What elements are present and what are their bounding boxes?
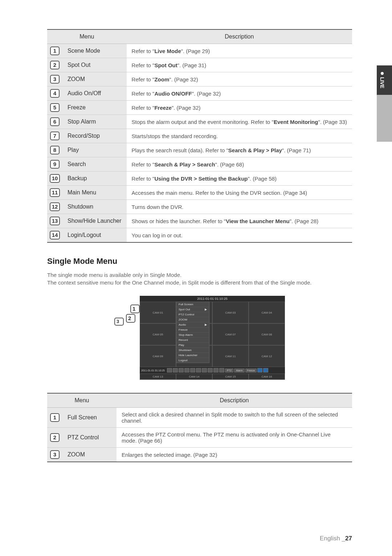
dvr-menu-item[interactable]: Spot Out▶: [176, 307, 209, 312]
table-row: 6Stop AlarmStops the alarm output and th…: [47, 115, 352, 129]
row-description: You can log in or out.: [127, 228, 352, 243]
record-icon[interactable]: [263, 368, 268, 372]
audio-icon[interactable]: [213, 368, 219, 372]
row-description: Refer to "Spot Out". (Page 31): [127, 58, 352, 72]
layout-icon[interactable]: [167, 368, 172, 372]
row-num-cell: 5: [47, 101, 62, 115]
dvr-toolbar-timestamp: 2011-01-01 01:10:25: [141, 369, 165, 372]
side-tab-spacer: [377, 95, 392, 142]
toolbar-chip-ptz[interactable]: PTZ: [225, 368, 233, 372]
row-menu-name: Login/Logout: [62, 228, 127, 243]
row-description: Stops the alarm output and the event mon…: [127, 115, 352, 129]
dvr-grid: CAM 01CAM 03CAM 04CAM 05CAM 07CAM 08CAM …: [140, 302, 285, 367]
dvr-camera-cell[interactable]: CAM 12: [249, 345, 285, 367]
toolbar-chip-freeze[interactable]: Freeze: [245, 368, 257, 372]
row-num: 1: [50, 47, 60, 55]
zoom-icon[interactable]: [219, 368, 224, 372]
row-num-cell: 14: [47, 228, 62, 243]
table-row: 5FreezeRefer to "Freeze". (Page 32): [47, 101, 352, 115]
layout-icon[interactable]: [202, 368, 207, 372]
dvr-menu-item[interactable]: Full Screen: [176, 302, 209, 307]
dvr-window: 2011-01-01 01:10:25 CAM 01CAM 03CAM 04CA…: [140, 296, 285, 380]
row-num: 3: [50, 75, 60, 84]
dvr-menu-item[interactable]: Shutdown: [176, 348, 209, 353]
dvr-menu-item[interactable]: Stop Alarm: [176, 333, 209, 338]
dvr-menu-item[interactable]: ZOOM: [176, 317, 209, 322]
table-row: 2PTZ ControlAccesses the PTZ Control men…: [47, 428, 352, 448]
layout-icon[interactable]: [196, 368, 201, 372]
layout-icon[interactable]: [179, 368, 184, 372]
row-menu-name: Spot Out: [62, 58, 127, 72]
dvr-menu-item[interactable]: PTZ Control: [176, 312, 209, 317]
row-num-cell: 8: [47, 143, 62, 157]
dvr-menu-item[interactable]: Audio▶: [176, 322, 209, 327]
dvr-context-menu[interactable]: Full ScreenSpot Out▶PTZ ControlZOOMAudio…: [176, 302, 209, 363]
row-num: 14: [50, 231, 60, 239]
row-description: Accesses the main menu. Refer to the Usi…: [127, 186, 352, 200]
th-menu-2: Menu: [47, 393, 117, 408]
callout-1: 1: [130, 305, 140, 313]
table-row: 7Record/StopStarts/stops the standard re…: [47, 129, 352, 143]
row-menu-name: ZOOM: [62, 72, 127, 86]
dvr-camera-cell[interactable]: CAM 05: [140, 323, 176, 345]
row-num-cell: 1: [47, 44, 62, 58]
row-menu-name: Show/Hide Launcher: [62, 214, 127, 228]
row-description: Refer to "Live Mode". (Page 29): [127, 44, 352, 58]
menu-table-single: Menu Description 1Full ScreenSelect and …: [47, 393, 352, 462]
row-num: 6: [50, 117, 60, 126]
dvr-menu-item[interactable]: Freeze: [176, 327, 209, 333]
row-description: Refer to "Zoom". (Page 32): [127, 72, 352, 86]
footer-lang: English: [320, 535, 340, 542]
dvr-screenshot: 1 2 3 2011-01-01 01:10:25 CAM 01CAM 03CA…: [47, 296, 352, 380]
dvr-camera-cell[interactable]: CAM 01: [140, 302, 176, 323]
row-num-cell: 13: [47, 214, 62, 228]
dvr-footer-cell[interactable]: CAM 16: [249, 374, 285, 380]
row-description: Refer to "Freeze". (Page 32): [127, 101, 352, 115]
row-num: 13: [50, 217, 60, 225]
footer-page: 27: [345, 535, 352, 542]
row-menu-name: Full Screen: [62, 408, 117, 428]
row-menu-name: Audio On/Off: [62, 86, 127, 101]
layout-icon[interactable]: [184, 368, 189, 372]
row-menu-name: Record/Stop: [62, 129, 127, 143]
row-num: 9: [50, 160, 60, 169]
row-menu-name: Freeze: [62, 101, 127, 115]
table-row: 12ShutdownTurns down the DVR.: [47, 200, 352, 214]
layout-icon[interactable]: [190, 368, 195, 372]
layout-icon[interactable]: [173, 368, 178, 372]
toolbar-chip-alarm[interactable]: Alarm: [234, 368, 244, 372]
layout-icon[interactable]: [208, 368, 213, 372]
side-tab-text: LIVE: [379, 77, 385, 88]
callout-3: 3: [114, 318, 124, 326]
dvr-footer-cell[interactable]: CAM 14: [176, 374, 212, 380]
dvr-footer-cell[interactable]: CAM 15: [212, 374, 249, 380]
row-description: Starts/stops the standard recording.: [127, 129, 352, 143]
dvr-footer-cell[interactable]: CAM 13: [140, 374, 176, 380]
dvr-camera-cell[interactable]: CAM 07: [212, 323, 249, 345]
dvr-camera-cell[interactable]: CAM 11: [212, 345, 249, 367]
dvr-menu-item[interactable]: Logout: [176, 358, 209, 363]
table-row: 11Main MenuAccesses the main menu. Refer…: [47, 186, 352, 200]
play-icon[interactable]: [257, 368, 262, 372]
dvr-menu-item[interactable]: Record: [176, 338, 209, 343]
row-description: Refer to "Audio ON/OFF". (Page 32): [127, 86, 352, 101]
row-menu-name: Backup: [62, 172, 127, 186]
footer-sep: _: [342, 535, 345, 542]
dvr-menu-item[interactable]: Play: [176, 343, 209, 348]
dvr-camera-cell[interactable]: CAM 08: [249, 323, 285, 345]
row-num-cell: 2: [47, 58, 62, 72]
dvr-camera-cell[interactable]: CAM 09: [140, 345, 176, 367]
row-num: 2: [50, 433, 60, 442]
row-description: Turns down the DVR.: [127, 200, 352, 214]
row-num: 5: [50, 103, 60, 112]
dvr-menu-item[interactable]: Hide Launcher: [176, 353, 209, 358]
table-row: 2Spot OutRefer to "Spot Out". (Page 31): [47, 58, 352, 72]
dvr-camera-cell[interactable]: CAM 04: [249, 302, 285, 323]
menu-table-main: Menu Description 1Scene ModeRefer to "Li…: [47, 29, 352, 243]
row-num-cell: 4: [47, 86, 62, 101]
row-menu-name: PTZ Control: [62, 428, 117, 448]
row-num: 1: [50, 413, 60, 422]
row-description: Plays the search result (data). Refer to…: [127, 143, 352, 157]
dvr-timestamp-header: 2011-01-01 01:10:25: [140, 296, 285, 302]
dvr-camera-cell[interactable]: CAM 03: [212, 302, 249, 323]
